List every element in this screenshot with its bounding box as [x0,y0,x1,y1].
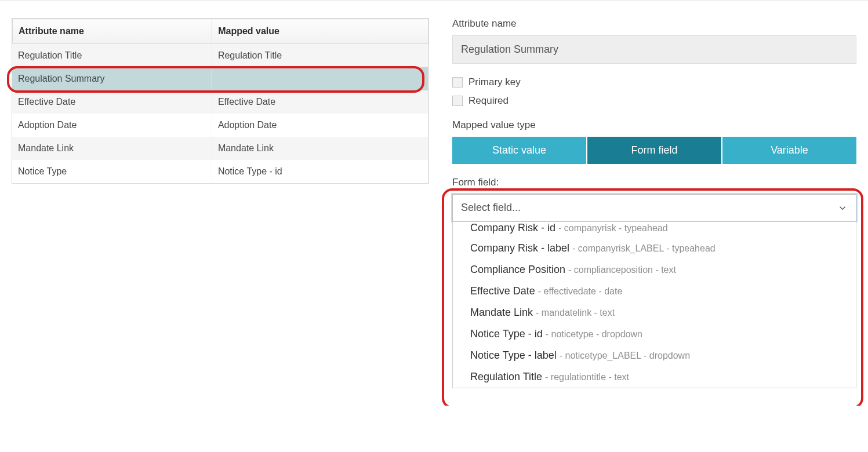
cell-attribute-name: Mandate Link [12,137,212,160]
cell-mapped-value: Effective Date [212,90,428,114]
dropdown-option-label: Company Risk - id [470,222,558,234]
dropdown-option[interactable]: Effective Date - effectivedate - date [453,280,856,302]
table-row[interactable]: Regulation Summary [12,67,428,90]
dropdown-option-label: Effective Date [470,285,538,297]
cell-attribute-name: Notice Type [12,160,212,183]
primary-key-checkbox[interactable] [452,77,463,88]
mapped-value-type-toggle: Static value Form field Variable [452,137,856,164]
dropdown-option[interactable]: Notice Type - label - noticetype_LABEL -… [453,345,856,366]
dropdown-option[interactable]: Company Risk - label - companyrisk_LABEL… [453,238,856,259]
dropdown-option[interactable]: Compliance Position - complianceposition… [453,259,856,280]
cell-mapped-value: Regulation Title [212,44,428,67]
value-type-form-field[interactable]: Form field [587,137,721,164]
dropdown-option-label: Regulation Title [470,371,545,382]
required-checkbox[interactable] [452,96,463,106]
dropdown-option-meta: - companyrisk_LABEL - typeahead [572,243,716,253]
form-field-dropdown: Company Risk - id - companyrisk - typeah… [452,221,856,388]
chevron-down-icon [837,203,848,213]
table-row[interactable]: Adoption DateAdoption Date [12,114,428,137]
table-row[interactable]: Notice TypeNotice Type - id [12,160,428,183]
value-type-variable[interactable]: Variable [722,137,856,164]
attribute-name-label: Attribute name [452,18,856,30]
form-field-label: Form field: [452,177,856,188]
dropdown-option[interactable]: Notice Type - id - noticetype - dropdown [453,323,856,345]
cell-attribute-name: Effective Date [12,90,212,114]
dropdown-option[interactable]: Company Risk - id - companyrisk - typeah… [453,222,856,238]
cell-mapped-value [212,67,428,90]
primary-key-label: Primary key [468,76,521,88]
table-row[interactable]: Effective DateEffective Date [12,90,428,114]
cell-attribute-name: Regulation Summary [12,67,212,90]
cell-mapped-value: Adoption Date [212,114,428,137]
dropdown-option-meta: - noticetype - dropdown [546,329,642,339]
dropdown-option-meta: - effectivedate - date [538,286,623,296]
dropdown-option-meta: - complianceposition - text [568,265,676,275]
cell-mapped-value: Mandate Link [212,137,428,160]
cell-attribute-name: Adoption Date [12,114,212,137]
value-type-static[interactable]: Static value [452,137,586,164]
dropdown-option-meta: - companyrisk - typeahead [558,223,668,233]
col-header-attribute-name: Attribute name [13,19,212,44]
cell-mapped-value: Notice Type - id [212,160,428,183]
dropdown-option-meta: - regulationtitle - text [545,372,629,382]
dropdown-option-label: Compliance Position [470,264,568,275]
dropdown-option-label: Company Risk - label [470,242,572,254]
required-label: Required [468,95,509,107]
attribute-mapping-table: Attribute name Mapped value Regulation T… [12,18,429,184]
dropdown-option[interactable]: Regulation Title - regulationtitle - tex… [453,366,856,388]
table-row[interactable]: Mandate LinkMandate Link [12,137,428,160]
dropdown-option-label: Notice Type - label [470,349,560,361]
attribute-name-value: Regulation Summary [452,35,856,64]
dropdown-option-meta: - mandatelink - text [536,308,615,318]
cell-attribute-name: Regulation Title [12,44,212,67]
dropdown-option-label: Mandate Link [470,307,536,318]
dropdown-option-label: Notice Type - id [470,328,546,340]
form-field-select-placeholder: Select field... [461,202,521,214]
dropdown-option[interactable]: Mandate Link - mandatelink - text [453,302,856,323]
mapped-value-type-label: Mapped value type [452,119,856,131]
form-field-select[interactable]: Select field... [452,194,856,221]
table-row[interactable]: Regulation TitleRegulation Title [12,44,428,67]
col-header-mapped-value: Mapped value [212,19,428,44]
dropdown-option-meta: - noticetype_LABEL - dropdown [560,351,690,360]
